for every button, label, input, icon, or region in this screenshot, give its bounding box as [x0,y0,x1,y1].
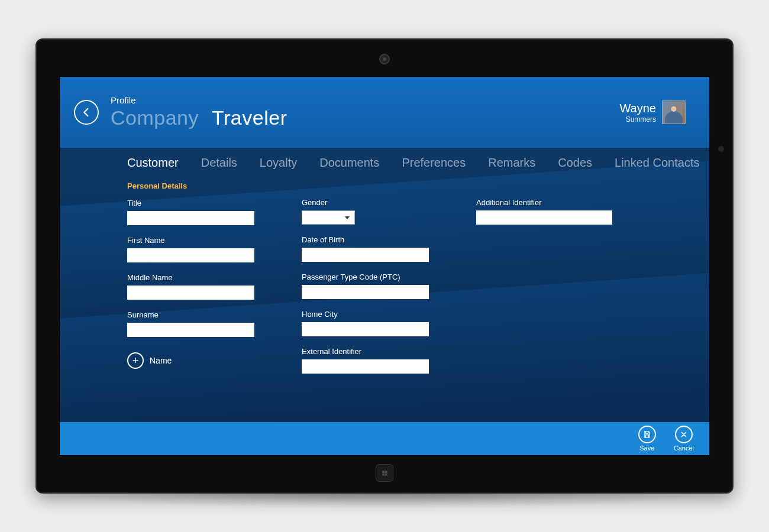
device-camera [379,54,390,64]
tab-preferences[interactable]: Preferences [402,156,466,170]
surname-label: Surname [127,310,254,319]
ptc-input[interactable] [302,285,429,299]
plus-icon: + [127,352,144,369]
middle-name-input[interactable] [127,286,254,300]
device-sensor [718,146,724,152]
save-button[interactable]: Save [638,426,656,452]
dob-label: Date of Birth [302,235,429,244]
device-shadow [51,492,719,509]
additional-id-label: Additional Identifier [476,198,612,207]
dob-input[interactable] [302,248,429,262]
device-home-button[interactable] [376,464,393,482]
tab-documents[interactable]: Documents [319,156,379,170]
svg-rect-3 [384,473,387,475]
add-name-label: Name [150,356,172,365]
app-screen: Profile CompanyTraveler Wayne Summers Cu… [59,76,710,456]
action-bar: Save Cancel [60,422,709,455]
surname-input[interactable] [127,323,254,337]
additional-id-input[interactable] [476,210,612,225]
home-city-label: Home City [302,310,429,319]
avatar [662,100,686,124]
windows-icon [382,470,388,476]
back-button[interactable] [74,100,99,125]
title-label: Title [127,199,254,207]
gender-select[interactable] [302,210,355,225]
first-name-input[interactable] [127,248,254,262]
tab-codes[interactable]: Codes [558,156,592,170]
save-icon [643,430,651,439]
tab-linked-contacts[interactable]: Linked Contacts [615,156,699,170]
ptc-label: Passenger Type Code (PTC) [302,273,429,281]
external-id-label: External Identifier [302,347,429,356]
external-id-input[interactable] [302,359,429,374]
form-area: Personal Details Title First Name Middle… [60,177,709,422]
current-user[interactable]: Wayne Summers [619,100,686,124]
svg-rect-0 [382,471,384,473]
first-name-label: First Name [127,236,254,245]
section-title-personal-details: Personal Details [127,181,254,190]
cancel-button[interactable]: Cancel [674,426,694,452]
tab-remarks[interactable]: Remarks [488,156,535,170]
arrow-left-icon [81,107,92,118]
tab-row: Customer Details Loyalty Documents Prefe… [60,148,709,177]
home-city-input[interactable] [302,322,429,336]
save-label: Save [639,445,654,452]
user-last-name: Summers [619,115,656,124]
gender-label: Gender [302,198,429,207]
user-first-name: Wayne [619,102,656,115]
middle-name-label: Middle Name [127,273,254,282]
close-icon [680,430,688,439]
cancel-label: Cancel [674,445,694,452]
breadcrumb-company[interactable]: Company [111,106,199,129]
title-input[interactable] [127,211,254,225]
breadcrumb-profile: Profile [111,95,619,105]
tab-loyalty[interactable]: Loyalty [260,156,297,170]
add-name-button[interactable]: + Name [127,352,254,369]
tablet-device-frame: Profile CompanyTraveler Wayne Summers Cu… [35,38,734,494]
breadcrumb-traveler: Traveler [212,106,287,129]
svg-rect-2 [382,473,384,475]
svg-rect-1 [384,471,387,473]
tab-customer[interactable]: Customer [127,156,179,170]
tab-details[interactable]: Details [201,156,237,170]
header-bar: Profile CompanyTraveler Wayne Summers [60,77,709,148]
breadcrumb: Profile CompanyTraveler [111,95,619,129]
